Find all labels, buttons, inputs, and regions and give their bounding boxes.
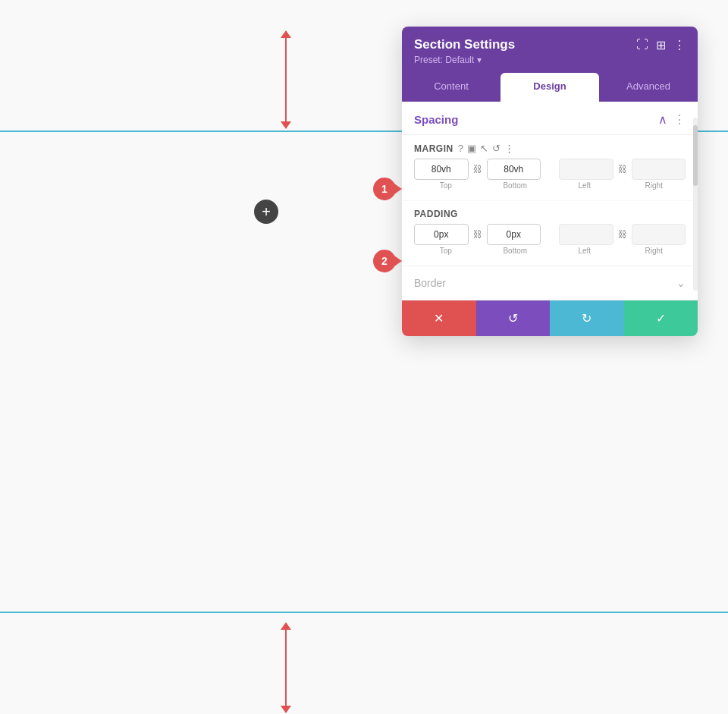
padding-input-row: 0px ⛓ 0px ⛓ ⛓	[414, 224, 686, 245]
columns-icon[interactable]: ⊞	[656, 38, 666, 52]
padding-right-input[interactable]	[632, 224, 686, 245]
padding-labels: Top Bottom Left Right	[414, 247, 686, 255]
tab-advanced[interactable]: Advanced	[599, 73, 698, 102]
margin-left-right-link[interactable]: ⛓	[617, 164, 629, 175]
device-icon[interactable]: ▣	[467, 143, 476, 154]
tab-design[interactable]: Design	[500, 73, 599, 102]
panel-body: Spacing ∧ ⋮ Margin ? ▣ ↖ ↺ ⋮ 80vh ⛓	[402, 102, 698, 300]
add-section-button[interactable]: +	[254, 200, 278, 224]
arrow-line-top	[285, 38, 287, 121]
panel-header: Section Settings ⛶ ⊞ ⋮ Preset: Default	[402, 27, 698, 73]
margin-right-label: Right	[623, 181, 686, 190]
arrow-head-up-2	[281, 622, 291, 630]
arrow-head-down	[281, 121, 291, 129]
margin-input-row: 80vh ⛓ 80vh ⛓ ⛓	[414, 159, 686, 180]
section-bottom-border	[0, 612, 728, 613]
bottom-arrow	[281, 622, 291, 713]
arrow-head-down-2	[281, 706, 291, 713]
padding-left-label: Left	[553, 247, 617, 255]
padding-bottom-input[interactable]: 0px	[487, 224, 541, 245]
cancel-button[interactable]: ✕	[402, 300, 476, 336]
padding-top-bottom-link[interactable]: ⛓	[472, 229, 484, 240]
padding-top-input[interactable]: 0px	[414, 224, 469, 245]
undo-button[interactable]: ↺	[476, 300, 551, 336]
border-toggle-row[interactable]: Border ⌄	[414, 266, 686, 300]
spacing-more-button[interactable]: ⋮	[673, 112, 686, 127]
margin-top-bottom-link[interactable]: ⛓	[472, 164, 484, 175]
redo-icon: ↻	[582, 311, 592, 326]
border-section: Border ⌄	[402, 266, 698, 300]
panel-footer: ✕ ↺ ↻ ✓	[402, 300, 698, 336]
margin-group: Margin ? ▣ ↖ ↺ ⋮ 80vh ⛓ 80vh ⛓ ⛓ Top	[402, 135, 698, 200]
callout-1: 1	[373, 178, 396, 200]
margin-labels: Top Bottom Left Right	[414, 181, 686, 190]
margin-left-input[interactable]	[559, 159, 613, 180]
padding-left-input[interactable]	[559, 224, 613, 245]
panel-tabs: Content Design Advanced	[402, 73, 698, 102]
more-options-icon[interactable]: ⋮	[673, 38, 686, 52]
margin-right-input[interactable]	[632, 159, 686, 180]
panel-header-icons: ⛶ ⊞ ⋮	[636, 38, 686, 52]
padding-label: Padding	[414, 209, 458, 219]
preset-selector[interactable]: Preset: Default	[414, 55, 686, 65]
border-chevron-icon[interactable]: ⌄	[676, 277, 686, 289]
spacing-title: Spacing	[414, 113, 458, 126]
margin-icons: ? ▣ ↖ ↺ ⋮	[458, 143, 514, 154]
padding-left-right-link[interactable]: ⛓	[617, 229, 629, 240]
padding-top-label: Top	[414, 247, 478, 255]
save-button[interactable]: ✓	[624, 300, 698, 336]
reset-icon[interactable]: ↺	[492, 143, 500, 154]
margin-top-label: Top	[414, 181, 478, 190]
fullscreen-icon[interactable]: ⛶	[636, 38, 648, 52]
padding-right-label: Right	[623, 247, 686, 255]
panel-title: Section Settings	[414, 37, 515, 52]
help-icon[interactable]: ?	[458, 143, 463, 154]
tab-content[interactable]: Content	[402, 73, 500, 102]
margin-bottom-input[interactable]: 80vh	[487, 159, 541, 180]
options-icon[interactable]: ⋮	[504, 143, 514, 154]
save-icon: ✓	[656, 311, 666, 326]
undo-icon: ↺	[508, 311, 518, 326]
scroll-thumb	[693, 125, 698, 186]
spacing-header-actions: ∧ ⋮	[658, 112, 686, 127]
panel-title-row: Section Settings ⛶ ⊞ ⋮	[414, 37, 686, 52]
top-arrow	[281, 30, 291, 129]
scroll-bar[interactable]	[693, 118, 698, 291]
section-settings-panel: Section Settings ⛶ ⊞ ⋮ Preset: Default C…	[402, 27, 698, 336]
arrow-line-bottom	[285, 630, 287, 706]
padding-label-row: Padding	[414, 209, 686, 219]
margin-top-input[interactable]: 80vh	[414, 159, 469, 180]
margin-bottom-label: Bottom	[484, 181, 548, 190]
padding-bottom-label: Bottom	[484, 247, 548, 255]
spacing-section-header: Spacing ∧ ⋮	[402, 102, 698, 135]
collapse-spacing-button[interactable]: ∧	[658, 112, 667, 127]
arrow-head-up	[281, 30, 291, 38]
margin-label-row: Margin ? ▣ ↖ ↺ ⋮	[414, 143, 686, 154]
pointer-icon[interactable]: ↖	[480, 143, 488, 154]
margin-label: Margin	[414, 143, 453, 154]
margin-left-label: Left	[553, 181, 617, 190]
redo-button[interactable]: ↻	[550, 300, 624, 336]
border-label: Border	[414, 277, 446, 289]
callout-2: 2	[373, 250, 396, 272]
padding-group: Padding 0px ⛓ 0px ⛓ ⛓ Top Bottom Left Ri…	[402, 200, 698, 266]
cancel-icon: ✕	[434, 311, 444, 326]
